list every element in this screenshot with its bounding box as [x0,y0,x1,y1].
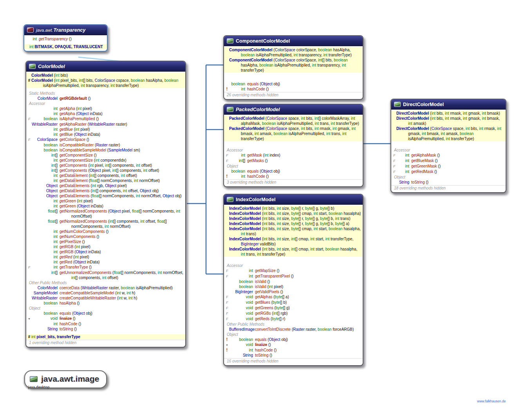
return-type: int [31,204,60,209]
constructor-row: DirectColorModel (ColorSpace space, int … [391,126,506,141]
modifier-marker: ! [225,174,229,179]
return-type: int [396,164,411,169]
member-row: FvoidgetReds (byte[] r) [224,316,363,322]
member-row: FintgetAlphaMask () [391,153,506,158]
member-signature: getComponents (int pixel, int[] componen… [60,163,184,168]
member-signature: hashCode () [255,348,361,353]
member-signature: getUnnormalizedComponents (float[] normC… [60,270,184,280]
constructor-row: DirectColorModel (int bits, int rmask, i… [391,111,506,116]
class-title: PackedColorModel [236,107,280,112]
constructor-row: IndexColorModel (int bits, int size, int… [224,236,363,247]
member-row: intgetBlue (int pixel) [26,127,185,132]
class-body: ColorModel (int bits)#ColorModel (int pi… [26,72,185,347]
member-signature: IndexColorModel (int bits, int size, byt… [229,221,361,226]
member-signature: equals (Object obj) [247,169,361,174]
member-signature: hasAlpha () [60,301,184,306]
member-signature: getRGBdefault () [60,96,184,101]
member-row: intgetDataElement (float[] normComponent… [26,178,185,183]
member-signature: getMasks () [247,158,361,163]
return-type: int [31,229,60,234]
watermark-link[interactable]: www.falkhausen.de [477,399,506,403]
member-signature: getValidPixels () [255,289,361,294]
return-type: float[] [31,209,60,214]
return-type: int [229,274,255,279]
member-signature: getMapSize () [255,268,361,273]
return-type: int [31,265,60,270]
member-signature: DirectColorModel (ColorSpace space, int … [396,126,504,141]
member-signature: getGreenMask () [411,164,504,169]
section-label: Object [26,306,185,311]
member-row: !inthashCode () [224,87,363,92]
member-signature: getNumColorComponents () [60,229,184,234]
member-signature: ComponentColorModel (ColorSpace colorSpa… [229,58,361,73]
member-signature: getDataElement (float[] normComponents, … [60,178,184,183]
class-title: IndexColorModel [236,197,275,202]
member-row: float[]getNormalizedComponents (int[] co… [26,219,185,229]
member-row: FintgetRedMask () [391,169,506,175]
class-header: DirectColorModel [391,99,506,110]
constructor-row: IndexColorModel (int bits, int size, byt… [224,216,363,221]
class-componentcolormodel: ComponentColorModelComponentColorModel (… [223,35,363,100]
member-row: FColorSpacegetColorSpace () [26,137,185,142]
constructor-row: ComponentColorModel (ColorSpace colorSpa… [224,47,363,58]
return-type: WritableRaster [31,122,60,127]
member-signature: getAlphaMask () [411,153,504,158]
member-signature: isCompatibleSampleModel (SampleModel sm) [60,148,184,153]
modifier-marker: ! [225,87,229,92]
modifier-marker: F [225,317,229,322]
member-signature: getBlue (int pixel) [60,127,184,132]
member-signature: isAlphaPremultiplied () [60,116,184,121]
class-header: ComponentColorModel [224,36,363,46]
member-signature: getRed (int pixel) [60,254,184,260]
member-signature: getRGB (int pixel) [60,244,184,249]
modifier-marker: ! [225,348,229,353]
modifier-marker: F [225,306,229,311]
return-type: int [31,127,60,132]
member-row: booleanisCompatibleRaster (Raster raster… [26,142,185,148]
member-row: int[]getUnnormalizedComponents (float[] … [26,270,185,280]
class-title: ComponentColorModel [236,38,290,44]
return-type: BigInteger [229,289,255,294]
return-type: int [229,153,247,158]
return-type: WritableRaster [31,296,60,301]
modifier-marker: F [392,169,396,175]
modifier-marker: F [225,159,229,164]
class-icon [29,64,36,69]
member-signature: getComponentSize (int componentIdx) [60,158,184,163]
member-signature: getNumComponents () [60,234,184,239]
class-colormodel: ColorModelColorModel (int bits)#ColorMod… [25,61,186,348]
constructor-row: PackedColorModel (ColorSpace space, int … [224,116,363,126]
member-row: ObjectgetDataElements (int[] components,… [26,188,185,193]
member-signature: coerceData (WritableRaster raster, boole… [60,285,184,290]
return-type: boolean [229,284,255,289]
member-row: SampleModelcreateCompatibleSampleModel (… [26,290,185,296]
return-type: int [31,244,60,249]
member-signature: IndexColorModel (int bits, int size, byt… [229,211,361,216]
return-type: int [31,132,60,137]
return-type: int [31,321,60,326]
member-row: intgetAlpha (int pixel) [26,106,185,111]
member-signature: isCompatibleRaster (Raster raster) [60,142,184,148]
return-type: String [396,180,411,185]
class-icon [227,38,233,43]
member-row: FintgetMask (int index) [224,153,363,158]
return-type: int [31,198,60,204]
member-row: FintgetTransferType () [26,265,185,270]
member-row: intgetNumColorComponents () [26,229,185,234]
return-type: Object [31,183,60,188]
class-body: PackedColorModel (ColorSpace space, int … [224,115,363,186]
member-signature: getBlueMask () [411,158,504,163]
class-directcolormodel: DirectColorModelDirectColorModel (int bi… [390,99,506,193]
section-label: Object [391,175,506,180]
modifier-marker: F [27,265,31,270]
modifier-marker: F [225,300,229,305]
member-signature: ColorModel (int pixel_bits, int[] bits, … [31,78,184,88]
member-signature: IndexColorModel (int bits, int size, byt… [229,206,361,211]
member-row: FvoidgetRGBs (int[] rgb) [224,311,363,316]
modifier-marker: ▼ [225,342,229,348]
return-type: int[] [31,153,60,158]
return-type: int [229,174,247,179]
member-signature: hashCode () [247,87,361,92]
member-signature: getMask (int index) [247,153,361,158]
member-signature: isValid (int pixel) [255,284,361,289]
